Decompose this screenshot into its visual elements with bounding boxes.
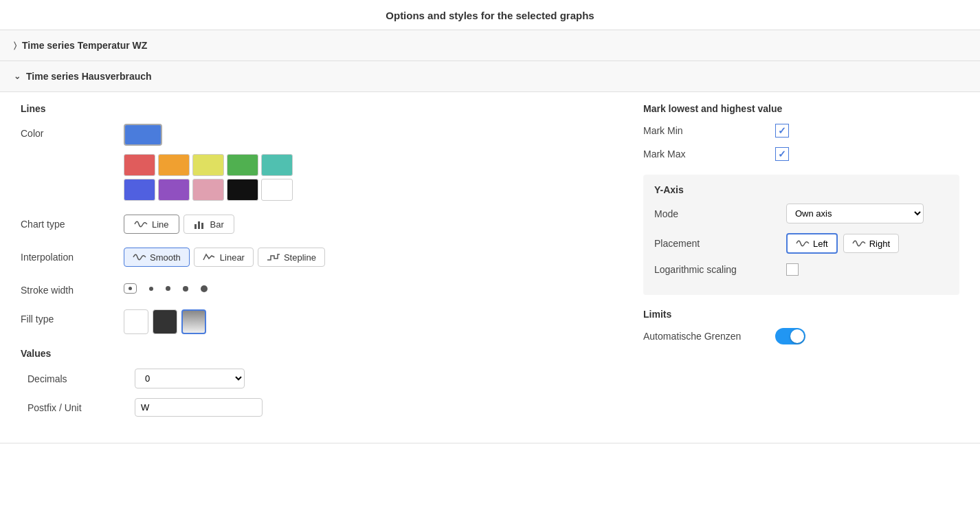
mark-min-checkmark: ✓ [778,125,786,136]
wave-icon [134,219,148,230]
svg-rect-2 [201,223,203,229]
log-scale-checkbox[interactable] [786,263,799,276]
section-hausverbrauch-label: Time series Hausverbrauch [26,71,152,82]
chart-type-line-btn[interactable]: Line [124,215,179,234]
mark-section-title: Mark lowest and highest value [643,103,959,114]
yaxis-mode-dropdown[interactable]: Own axis Shared axis [786,204,924,223]
mark-min-label: Mark Min [643,125,767,136]
stroke-dot-3[interactable] [166,286,170,291]
chart-type-content: Line Bar [124,215,616,234]
placement-right-label: Right [869,239,890,249]
postfix-field-row: Postfix / Unit [21,398,616,417]
values-section: Values Decimals 0 1 2 3 Postfix / Unit [21,348,616,417]
swatch-red[interactable] [124,154,155,176]
yaxis-title: Y-Axis [654,184,948,195]
interp-smooth-btn[interactable]: Smooth [124,248,190,267]
left-wave-icon [796,238,810,249]
mark-max-checkmark: ✓ [778,149,786,160]
auto-limits-toggle[interactable] [775,328,805,344]
stroke-dot-2[interactable] [149,287,153,291]
stroke-dot-1-wrap[interactable] [124,283,137,294]
placement-left-label: Left [813,239,828,249]
mark-max-row: Mark Max ✓ [643,147,959,161]
swatch-green[interactable] [227,154,258,176]
svg-rect-1 [198,221,200,229]
interp-linear-label: Linear [220,252,245,263]
fill-none-btn[interactable] [124,309,148,334]
fill-type-label: Fill type [21,309,110,325]
limits-auto-content [775,328,959,344]
fill-type-content [124,309,616,334]
swatch-teal[interactable] [261,154,293,176]
placement-right-btn[interactable]: Right [843,234,899,253]
section-hausverbrauch[interactable]: ⌄ Time series Hausverbrauch [0,61,980,92]
decimals-dropdown[interactable]: 0 1 2 3 [135,369,245,388]
section-temperatur-label: Time series Temperatur WZ [22,40,147,51]
step-wave-icon [267,252,280,263]
mark-max-checkbox[interactable]: ✓ [775,147,789,161]
col-left: Lines Color [21,103,616,426]
interp-linear-btn[interactable]: Linear [194,248,254,267]
stroke-width-field-row: Stroke width [21,281,616,296]
swatch-purple[interactable] [158,179,190,201]
fill-solid-btn[interactable] [153,309,177,334]
linear-wave-icon [203,252,216,263]
swatch-row-1 [124,154,293,176]
yaxis-mode-content: Own axis Shared axis [786,204,948,223]
section-hausverbrauch-body: Lines Color [0,92,980,443]
chart-type-label: Chart type [21,215,110,230]
stroke-width-content [124,281,616,294]
swatch-pink[interactable] [192,179,224,201]
toggle-thumb [790,329,804,343]
interpolation-label: Interpolation [21,248,110,263]
placement-left-btn[interactable]: Left [786,233,838,254]
toggle-track [775,328,805,344]
col-right: Mark lowest and highest value Mark Min ✓… [616,103,959,426]
chevron-right-icon: 〉 [14,41,16,50]
lines-title: Lines [21,103,616,114]
postfix-input[interactable] [135,398,263,417]
stroke-dot-4[interactable] [183,286,188,292]
limits-section: Limits Automatische Grenzen [643,309,959,344]
right-wave-icon [852,238,866,249]
yaxis-section: Y-Axis Mode Own axis Shared axis Placeme… [643,175,959,295]
mark-min-content: ✓ [775,124,959,138]
mark-min-row: Mark Min ✓ [643,124,959,138]
swatch-white[interactable] [261,179,293,201]
limits-title: Limits [643,309,959,320]
decimals-label: Decimals [27,373,124,384]
selected-color-swatch[interactable] [124,124,162,146]
stroke-dot-1 [129,287,132,290]
yaxis-log-content [786,263,948,276]
swatch-blue[interactable] [124,179,155,201]
stroke-dots-container [124,281,208,294]
swatch-row-2 [124,179,293,201]
fill-type-field-row: Fill type [21,309,616,334]
color-label: Color [21,124,110,139]
svg-rect-0 [194,224,197,229]
color-field-row: Color [21,124,616,201]
mark-max-label: Mark Max [643,149,767,160]
swatch-orange[interactable] [158,154,190,176]
mark-min-checkbox[interactable]: ✓ [775,124,789,138]
limits-auto-label: Automatische Grenzen [643,331,767,342]
fill-gradient-btn[interactable] [181,309,206,334]
chevron-down-icon: ⌄ [14,72,21,81]
chart-type-bar-btn[interactable]: Bar [183,215,234,234]
postfix-label: Postfix / Unit [27,402,124,413]
yaxis-log-label: Logarithmic scaling [654,264,778,275]
yaxis-log-row: Logarithmic scaling [654,263,948,276]
yaxis-mode-row: Mode Own axis Shared axis [654,204,948,223]
interpolation-content: Smooth Linear Stepline [124,248,616,267]
chart-line-label: Line [152,219,169,230]
stroke-dot-5[interactable] [201,285,208,292]
interp-stepline-label: Stepline [284,252,316,263]
section-temperatur[interactable]: 〉 Time series Temperatur WZ [0,30,980,61]
swatch-black[interactable] [227,179,258,201]
fill-btns-container [124,309,206,334]
swatch-yellow[interactable] [192,154,224,176]
interp-stepline-btn[interactable]: Stepline [258,248,325,267]
limits-auto-row: Automatische Grenzen [643,328,959,344]
interpolation-field-row: Interpolation Smooth Linear [21,248,616,267]
chart-bar-label: Bar [210,219,224,230]
